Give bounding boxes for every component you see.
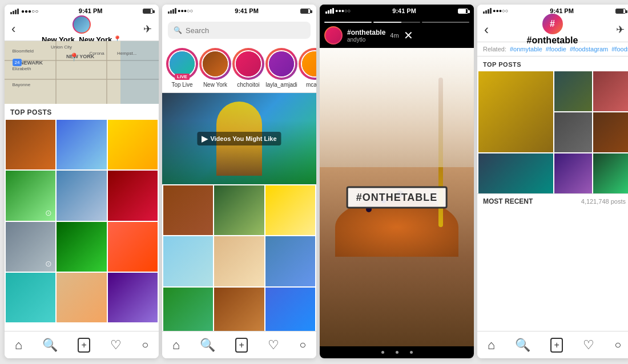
story-item-user1[interactable]: chchoitoi	[232, 48, 265, 88]
back-button-4[interactable]: ‹	[484, 22, 489, 38]
tab-search-2[interactable]: 🔍	[200, 338, 215, 353]
grid-photo-7	[593, 153, 629, 193]
map-area: Bloomfield Union City Elizabeth NEWARK N…	[5, 41, 159, 104]
photo-cell[interactable]	[6, 120, 55, 169]
sb4	[490, 8, 492, 14]
grid-cell-6[interactable]	[554, 153, 592, 193]
photo-f1	[163, 185, 213, 235]
story-image-area[interactable]: #ONTHETABLE	[320, 48, 474, 346]
photo-f6	[265, 236, 315, 286]
story-item-user2[interactable]: layla_amjadi	[265, 48, 298, 88]
story-item-user3[interactable]: mcar...	[298, 48, 316, 88]
grid-cell-2[interactable]	[593, 71, 629, 111]
search-container: 🔍	[162, 17, 316, 43]
grid-cell-1[interactable]	[554, 71, 592, 111]
tab-add-1[interactable]: +	[78, 338, 90, 353]
photo-cell[interactable]	[6, 273, 55, 322]
send-icon-1[interactable]: ✈	[143, 23, 152, 35]
story-user-avatar	[324, 26, 343, 45]
time-2: 9:41 PM	[235, 7, 259, 14]
story-item-live[interactable]: LIVE Top Live	[166, 48, 199, 88]
screen-4: ●●●○○ 9:41 PM ‹ # #onthetable ✈ Related:…	[477, 5, 628, 358]
photo-cell[interactable]: ⊙	[6, 171, 55, 220]
tab-profile-4[interactable]: ○	[614, 338, 621, 351]
tab-home-2[interactable]: ⌂	[172, 338, 180, 353]
tab-heart-2[interactable]: ♡	[268, 338, 279, 353]
tab-search-1[interactable]: 🔍	[42, 338, 58, 353]
photo-cell-f4[interactable]	[163, 236, 213, 286]
grid-cell-4[interactable]	[593, 112, 629, 152]
photo-cell-f3[interactable]	[265, 185, 315, 235]
map-label-union: Union City	[51, 45, 72, 50]
story-avatar-container: LIVE	[166, 48, 198, 80]
story-avatar-user3	[301, 50, 316, 78]
tab-heart-1[interactable]: ♡	[110, 338, 122, 353]
signal-area-2: ●●●○○	[168, 8, 193, 14]
grid-large-cell[interactable]	[478, 71, 553, 152]
photo-cell[interactable]	[57, 222, 106, 272]
photo-cell-f6[interactable]	[265, 236, 315, 286]
related-tag-3[interactable]: #foodstagram	[570, 46, 608, 52]
photo-cell-f2[interactable]	[214, 185, 264, 235]
related-tag-1[interactable]: #onmytable	[510, 46, 542, 52]
hashtag-page-title: #onthetable	[527, 35, 578, 46]
tab-search-4[interactable]: 🔍	[515, 338, 530, 353]
battery-fill-4	[616, 9, 623, 13]
top-posts-label-1: TOP POSTS	[5, 104, 159, 120]
photo-cell-f7[interactable]	[163, 288, 213, 337]
tab-profile-1[interactable]: ○	[142, 338, 148, 351]
photo-cell[interactable]	[57, 120, 106, 169]
tab-add-2[interactable]: +	[235, 338, 247, 353]
grid-photo-5	[478, 153, 553, 193]
story-ring-user3	[299, 48, 316, 80]
photo-cell[interactable]	[57, 171, 106, 220]
photo-cell[interactable]	[108, 171, 158, 220]
photo-cell[interactable]	[108, 120, 158, 169]
tab-home-4[interactable]: ⌂	[488, 338, 495, 353]
tab-home-1[interactable]: ⌂	[15, 338, 22, 353]
photo-cell[interactable]: ⊙	[6, 222, 55, 272]
related-tag-2[interactable]: #foodie	[546, 46, 566, 52]
grid-cell-5[interactable]	[478, 153, 553, 193]
search-icon-2: 🔍	[174, 26, 182, 34]
photo-f3	[265, 185, 315, 235]
map-label-elizabeth: Elizabeth	[13, 66, 31, 71]
grid-cell-7[interactable]	[593, 153, 629, 193]
story-account: #onthetable	[347, 29, 385, 37]
photo-2	[57, 120, 106, 169]
close-button[interactable]: ✕	[404, 29, 413, 42]
location-header: New York, New York 📍	[20, 14, 143, 44]
photo-cell-f8[interactable]	[214, 288, 264, 337]
photo-cell-f1[interactable]	[163, 185, 213, 235]
photo-cell[interactable]	[57, 273, 106, 322]
sb	[170, 10, 172, 14]
photo-cell-f9[interactable]	[265, 288, 315, 337]
avatar-inner	[74, 17, 90, 33]
tab-profile-2[interactable]: ○	[299, 338, 306, 351]
story-item-newyork[interactable]: New York	[199, 48, 232, 88]
signal-bar	[10, 12, 12, 14]
grid-cell-3[interactable]	[554, 112, 592, 152]
photo-cell[interactable]	[108, 273, 158, 322]
search-input[interactable]	[186, 26, 305, 35]
photo-9	[108, 222, 158, 272]
feed-video-item[interactable]: ▶ Videos You Might Like	[162, 93, 316, 184]
photo-cell-f5[interactable]	[214, 236, 264, 286]
grid-photo-6	[554, 153, 592, 193]
sb3	[332, 8, 334, 14]
signal-dots-3: ●●●○○	[335, 8, 351, 14]
story-avatar-newyork	[202, 50, 229, 78]
related-tag-4[interactable]: #foodshot	[611, 46, 628, 52]
send-icon-4[interactable]: ✈	[616, 23, 625, 36]
search-bar[interactable]: 🔍	[168, 22, 311, 39]
location-avatar	[71, 14, 92, 35]
tab-heart-4[interactable]: ♡	[583, 338, 594, 353]
map-road-v1	[55, 41, 57, 104]
story-avatar-image	[325, 27, 341, 43]
story-label-user1: chchoitoi	[237, 82, 259, 88]
back-button-1[interactable]: ‹	[11, 22, 15, 37]
photo-f5	[214, 236, 264, 286]
hashtag-sticker: #ONTHETABLE	[347, 186, 448, 208]
photo-cell[interactable]	[108, 222, 158, 272]
tab-add-4[interactable]: +	[550, 338, 562, 353]
